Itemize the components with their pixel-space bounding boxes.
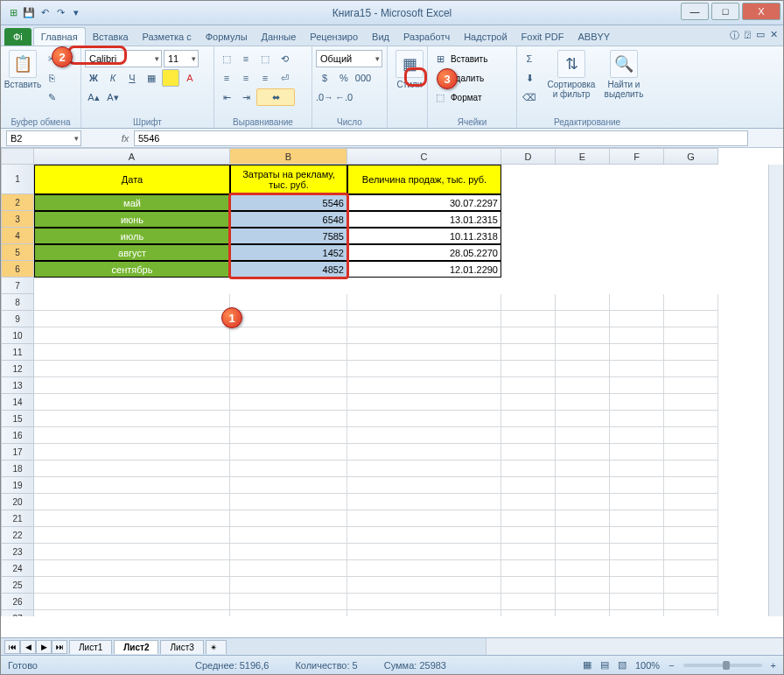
cell[interactable] xyxy=(664,510,718,527)
autosum-icon[interactable]: Σ xyxy=(521,50,538,67)
row-header-9[interactable]: 9 xyxy=(1,311,34,327)
sort-filter-button[interactable]: ⇅Сортировка и фильтр xyxy=(545,48,598,106)
insert-label[interactable]: Вставить xyxy=(451,54,487,64)
view-layout-icon[interactable]: ▤ xyxy=(600,659,609,671)
cell[interactable] xyxy=(230,560,347,577)
view-normal-icon[interactable]: ▦ xyxy=(583,659,592,671)
cell[interactable] xyxy=(556,444,610,461)
increase-decimal-icon[interactable]: .0→ xyxy=(316,88,333,106)
align-center-icon[interactable]: ≡ xyxy=(237,69,255,87)
cell[interactable] xyxy=(347,461,501,477)
cell[interactable] xyxy=(347,394,501,411)
row-header-2[interactable]: 2 xyxy=(1,194,34,211)
cell[interactable] xyxy=(610,527,664,544)
cell[interactable] xyxy=(556,594,610,610)
cell[interactable]: июнь xyxy=(34,211,230,228)
cell[interactable] xyxy=(501,344,556,361)
paste-button[interactable]: 📋 Вставить xyxy=(4,48,41,106)
cell[interactable] xyxy=(556,427,610,444)
align-top-icon[interactable]: ⬚ xyxy=(218,50,235,67)
zoom-out-icon[interactable]: − xyxy=(668,660,674,671)
cell[interactable] xyxy=(501,311,556,327)
cell[interactable] xyxy=(664,577,718,594)
cell[interactable] xyxy=(664,377,718,394)
cell[interactable]: 13.01.2315 xyxy=(347,211,501,228)
sheet-tab-3[interactable]: Лист3 xyxy=(160,640,203,654)
redo-icon[interactable]: ↷ xyxy=(53,6,67,20)
row-header-13[interactable]: 13 xyxy=(1,377,34,394)
percent-icon[interactable]: % xyxy=(335,69,353,87)
col-header-B[interactable]: B xyxy=(230,148,347,165)
cell[interactable] xyxy=(230,377,347,394)
cell[interactable] xyxy=(230,444,347,461)
row-header-17[interactable]: 17 xyxy=(1,444,34,461)
col-header-D[interactable]: D xyxy=(501,148,556,165)
cell[interactable] xyxy=(664,311,718,327)
cell[interactable] xyxy=(347,527,501,544)
font-size-combo[interactable]: 11 xyxy=(164,50,199,67)
zoom-level[interactable]: 100% xyxy=(635,660,660,671)
cell[interactable] xyxy=(34,294,230,311)
save-icon[interactable]: 💾 xyxy=(22,6,36,20)
align-bottom-icon[interactable]: ⬚ xyxy=(256,50,274,67)
tab-foxit[interactable]: Foxit PDF xyxy=(514,28,571,46)
cell[interactable] xyxy=(664,344,718,361)
cell[interactable]: Величина продаж, тыс. руб. xyxy=(347,165,501,194)
cell[interactable] xyxy=(610,427,664,444)
horizontal-scrollbar[interactable] xyxy=(486,637,783,655)
find-select-button[interactable]: 🔍Найти и выделить xyxy=(599,48,648,106)
cell[interactable] xyxy=(347,494,501,510)
decrease-indent-icon[interactable]: ⇤ xyxy=(218,88,235,106)
cell[interactable] xyxy=(34,427,230,444)
tab-file[interactable]: Фі xyxy=(4,28,32,46)
cell[interactable] xyxy=(347,361,501,377)
cell[interactable]: июль xyxy=(34,228,230,244)
cell[interactable] xyxy=(501,361,556,377)
row-header-22[interactable]: 22 xyxy=(1,527,34,544)
fx-icon[interactable]: fx xyxy=(116,133,134,144)
minimize-button[interactable]: — xyxy=(681,3,709,20)
cell[interactable] xyxy=(610,361,664,377)
cell[interactable] xyxy=(664,461,718,477)
italic-button[interactable]: К xyxy=(104,69,122,87)
zoom-slider[interactable] xyxy=(683,664,762,667)
cell[interactable] xyxy=(230,344,347,361)
cell[interactable] xyxy=(501,377,556,394)
cell[interactable] xyxy=(230,427,347,444)
cell[interactable] xyxy=(610,544,664,560)
cell[interactable] xyxy=(556,294,610,311)
row-header-10[interactable]: 10 xyxy=(1,327,34,344)
cell[interactable] xyxy=(347,560,501,577)
cell[interactable]: 6548 xyxy=(230,211,347,228)
cell[interactable] xyxy=(501,510,556,527)
cell[interactable] xyxy=(610,494,664,510)
cell[interactable] xyxy=(347,311,501,327)
cell[interactable]: 7585 xyxy=(230,228,347,244)
col-header-C[interactable]: C xyxy=(347,148,501,165)
delete-cells-icon[interactable]: ⊟ xyxy=(431,69,449,87)
cell[interactable] xyxy=(347,427,501,444)
cell[interactable] xyxy=(664,327,718,344)
insert-cells-icon[interactable]: ⊞ xyxy=(431,50,449,67)
cell[interactable] xyxy=(556,577,610,594)
cell[interactable] xyxy=(501,527,556,544)
row-header-23[interactable]: 23 xyxy=(1,544,34,560)
row-header-7[interactable]: 7 xyxy=(1,278,34,294)
cell[interactable] xyxy=(556,544,610,560)
fill-icon[interactable]: ⬇ xyxy=(521,69,538,87)
row-header-6[interactable]: 6 xyxy=(1,261,34,278)
cell[interactable] xyxy=(501,444,556,461)
sheet-tab-1[interactable]: Лист1 xyxy=(69,640,112,654)
row-header-5[interactable]: 5 xyxy=(1,244,34,261)
sheet-tab-2[interactable]: Лист2 xyxy=(114,640,158,654)
cell[interactable]: 28.05.2270 xyxy=(347,244,501,261)
row-header-16[interactable]: 16 xyxy=(1,427,34,444)
cell[interactable] xyxy=(230,544,347,560)
cell[interactable] xyxy=(501,411,556,427)
cell[interactable] xyxy=(230,477,347,494)
row-header-27[interactable]: 27 xyxy=(1,610,34,616)
comma-icon[interactable]: 000 xyxy=(354,69,372,87)
row-header-24[interactable]: 24 xyxy=(1,560,34,577)
decrease-font-icon[interactable]: A▾ xyxy=(104,88,122,106)
cell[interactable] xyxy=(230,610,347,616)
